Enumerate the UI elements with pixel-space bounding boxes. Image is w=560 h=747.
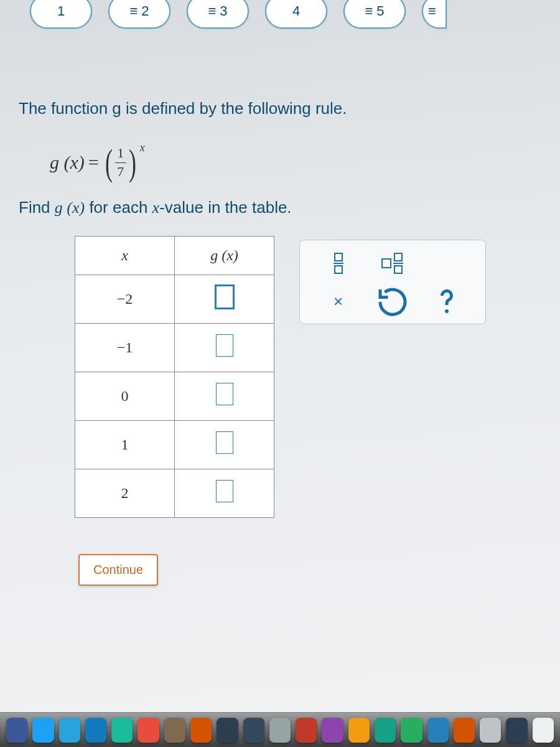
clear-icon: × <box>334 292 343 311</box>
formula-fraction: ( 1 7 ) <box>103 146 139 179</box>
answer-input-3[interactable] <box>216 431 233 454</box>
box-icon <box>381 258 391 268</box>
nav-item-6[interactable]: ≡ <box>422 0 447 29</box>
dock-app-7[interactable] <box>190 718 212 743</box>
nav-item-2[interactable]: ≡ 2 <box>108 0 170 29</box>
question-content: The function g is defined by the followi… <box>19 97 541 586</box>
clear-tool[interactable]: × <box>320 289 357 315</box>
instr-var: x <box>152 199 160 217</box>
instr-fn: g (x) <box>55 199 85 217</box>
dock-app-11[interactable] <box>296 718 317 743</box>
nav-label: 1 <box>57 3 65 19</box>
x-value: 1 <box>75 420 175 469</box>
table-row: −2 <box>75 275 274 323</box>
fraction-bar-icon <box>393 263 403 264</box>
box-icon <box>334 253 343 261</box>
help-tool[interactable] <box>428 289 465 315</box>
nav-item-4[interactable]: 4 <box>265 0 327 29</box>
x-value: 0 <box>75 372 175 420</box>
dock-app-2[interactable] <box>59 718 80 743</box>
table-row: 2 <box>75 469 274 517</box>
answer-input-4[interactable] <box>216 480 233 502</box>
x-value: −2 <box>75 275 175 323</box>
dock-app-6[interactable] <box>164 718 185 743</box>
dock-app-1[interactable] <box>32 718 54 743</box>
dock-app-15[interactable] <box>401 718 422 743</box>
dock-app-13[interactable] <box>348 718 370 743</box>
nav-label: ≡ 5 <box>365 3 384 19</box>
nav-label: ≡ <box>428 3 436 19</box>
help-icon <box>428 283 465 321</box>
fraction-numerator: 1 <box>117 146 124 161</box>
continue-label: Continue <box>93 563 143 576</box>
box-icon <box>394 265 403 274</box>
fraction-bar-icon <box>334 263 343 264</box>
reset-tool[interactable] <box>374 289 411 315</box>
formula-exponent: x <box>140 141 145 154</box>
box-icon <box>394 253 403 261</box>
nav-item-3[interactable]: ≡ 3 <box>187 0 249 29</box>
dock-app-20[interactable] <box>533 718 554 743</box>
nav-label: 4 <box>292 3 300 19</box>
box-icon <box>334 265 343 274</box>
dock-app-19[interactable] <box>506 718 527 743</box>
instr-suffix: -value in the table. <box>159 198 291 217</box>
answer-input-0[interactable] <box>216 286 233 308</box>
formula-equals: = <box>88 152 99 173</box>
dock-app-12[interactable] <box>322 718 343 743</box>
nav-item-5[interactable]: ≡ 5 <box>343 0 406 29</box>
question-instruction: Find g (x) for each x-value in the table… <box>19 198 541 217</box>
mac-dock <box>0 712 560 747</box>
dock-app-3[interactable] <box>85 718 106 743</box>
dock-app-17[interactable] <box>454 718 475 743</box>
svg-point-0 <box>445 309 449 313</box>
question-nav: 1 ≡ 2 ≡ 3 4 ≡ 5 ≡ <box>0 0 560 29</box>
fraction-denominator: 7 <box>117 164 124 179</box>
dock-app-0[interactable] <box>6 718 27 743</box>
table-row: 0 <box>75 372 274 420</box>
x-value: −1 <box>75 323 175 372</box>
values-table: x g (x) −2 −1 0 1 2 <box>75 236 274 518</box>
dock-app-9[interactable] <box>243 718 264 743</box>
instr-mid: for each <box>85 198 152 217</box>
dock-app-10[interactable] <box>269 718 291 743</box>
right-paren-icon: ) <box>129 148 136 177</box>
reset-icon <box>374 283 411 321</box>
formula-lhs: g (x) <box>50 152 85 173</box>
continue-button[interactable]: Continue <box>78 554 158 586</box>
answer-input-2[interactable] <box>216 383 233 405</box>
left-paren-icon: ( <box>105 148 113 177</box>
dock-app-8[interactable] <box>217 718 238 743</box>
math-toolbox: × <box>299 240 486 324</box>
table-row: −1 <box>75 323 274 372</box>
dock-app-16[interactable] <box>427 718 449 743</box>
nav-label: ≡ 2 <box>129 3 149 19</box>
mixed-number-tool[interactable] <box>374 250 411 276</box>
answer-input-1[interactable] <box>216 334 233 357</box>
question-intro: The function g is defined by the followi… <box>19 97 541 120</box>
table-row: 1 <box>75 420 274 469</box>
function-definition: g (x) = ( 1 7 ) x <box>50 146 541 179</box>
nav-item-1[interactable]: 1 <box>30 0 92 29</box>
instr-prefix: Find <box>19 198 55 217</box>
dock-app-14[interactable] <box>375 718 396 743</box>
dock-app-18[interactable] <box>480 718 501 743</box>
table-header-gx: g (x) <box>175 236 274 275</box>
nav-label: ≡ 3 <box>208 3 227 19</box>
x-value: 2 <box>75 469 175 517</box>
fraction-bar-icon <box>115 162 126 163</box>
fraction-tool[interactable] <box>320 250 357 276</box>
dock-app-4[interactable] <box>111 718 133 743</box>
dock-app-5[interactable] <box>138 718 159 743</box>
work-area: x g (x) −2 −1 0 1 2 <box>75 236 541 518</box>
table-header-x: x <box>75 236 175 275</box>
